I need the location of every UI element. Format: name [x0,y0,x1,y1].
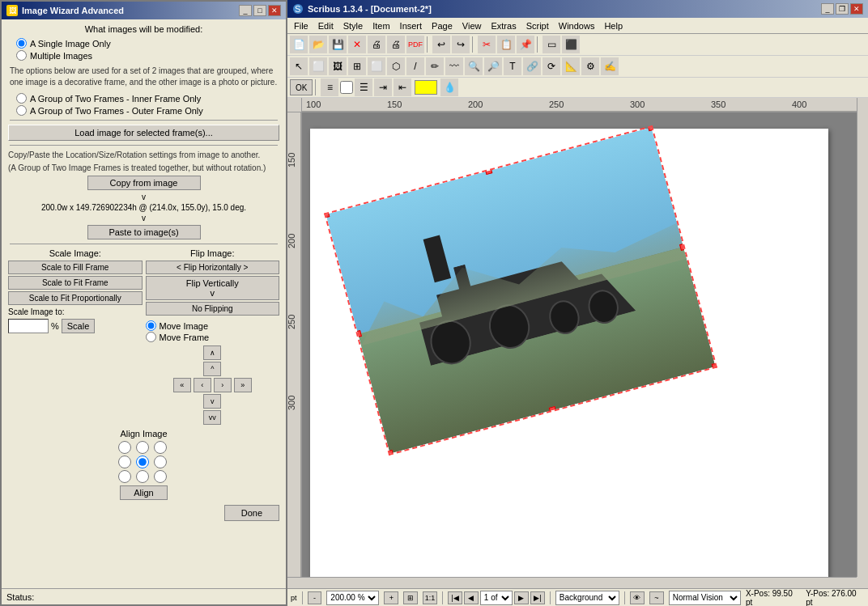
tb-text-edit[interactable]: T [504,57,521,75]
tb-cut[interactable]: ✂ [478,36,496,53]
tb-justify[interactable]: ☰ [355,78,372,96]
tb-rect[interactable]: ▭ [542,36,560,53]
menu-help[interactable]: Help [599,19,628,32]
scale-fill-button[interactable]: Scale to Fill Frame [8,261,143,274]
menu-style[interactable]: Style [338,19,368,32]
menu-extras[interactable]: Extras [486,19,521,32]
eye-btn[interactable]: 👁 [630,591,645,604]
zoom-fit-btn[interactable]: ⊞ [403,591,418,604]
move-down-down-button[interactable]: vv [203,410,221,425]
page-prev-btn[interactable]: ◀ [464,591,479,604]
tb-new[interactable]: 📄 [290,36,308,53]
tb-polygon[interactable]: ⬡ [387,57,405,75]
tb-link[interactable]: 🔗 [523,57,541,75]
move-image-option[interactable]: Move Image [146,320,280,331]
tb-undo[interactable]: ↩ [432,36,450,53]
tb-save[interactable]: 💾 [329,36,347,53]
copy-from-image-button[interactable]: Copy from image [87,176,201,190]
tb-check1[interactable] [340,81,353,94]
menu-page[interactable]: Page [427,19,457,32]
tb-close-doc[interactable]: ✕ [348,36,366,53]
tb-image-frame[interactable]: 🖼 [329,57,347,75]
tb-eyedropper[interactable]: 💧 [440,78,458,96]
tb-shape[interactable]: ⬛ [562,36,580,53]
tb-zoom-in[interactable]: 🔍 [465,57,483,75]
tb-open[interactable]: 📂 [309,36,327,53]
done-button[interactable]: Done [224,505,279,521]
page-last-btn[interactable]: ▶| [530,591,545,604]
handle-mr[interactable] [679,243,687,251]
scale-fit-button[interactable]: Scale to Fit Frame [8,276,143,290]
move-right-button[interactable]: › [214,378,232,392]
view-mode-select[interactable]: Normal Vision [669,591,741,605]
move-up-up-button[interactable]: ∧ [203,345,221,360]
menu-view[interactable]: View [457,19,487,32]
tb-measure[interactable]: 📐 [562,57,580,75]
paste-to-image-button[interactable]: Paste to image(s) [87,225,201,239]
no-flip-button[interactable]: No Flipping [146,302,280,316]
tb-script2[interactable]: ✍ [601,57,619,75]
outer-frame-option[interactable]: A Group of Two Frames - Outer Frame Only [16,105,279,116]
maximize-button[interactable]: □ [253,5,266,16]
scribus-close-button[interactable]: ✕ [850,3,863,15]
tb-shape2[interactable]: ⬜ [368,57,385,75]
move-right-right-button[interactable]: » [234,378,252,392]
tb-copy[interactable]: 📋 [497,36,515,53]
tb-indent[interactable]: ⇥ [374,78,392,96]
minimize-button[interactable]: _ [239,5,252,16]
tb-text-frame[interactable]: ⬜ [309,57,327,75]
zoom-100-btn[interactable]: 1:1 [423,591,437,604]
move-left-left-button[interactable]: « [173,378,191,392]
color-swatch[interactable] [415,80,437,95]
layer-select[interactable]: Background [555,591,619,605]
tb-select[interactable]: ↖ [290,57,308,75]
scale-apply-button[interactable]: Scale [62,319,96,333]
tb-redo[interactable]: ↪ [452,36,470,53]
tb-table[interactable]: ⊞ [348,57,366,75]
move-frame-option[interactable]: Move Frame [146,332,280,342]
scrollbar-vertical[interactable] [857,98,868,577]
tb-zoom-out[interactable]: 🔎 [484,57,502,75]
tb-settings[interactable]: ⚙ [581,57,599,75]
page-first-btn[interactable]: |◀ [448,591,462,604]
flip-vertical-button[interactable]: Flip Vertically v [146,276,280,300]
tb-outdent[interactable]: ⇤ [394,78,411,96]
tb-rotate[interactable]: ⟳ [542,57,560,75]
menu-item[interactable]: Item [368,19,394,32]
close-button[interactable]: ✕ [268,5,281,16]
move-up-button[interactable]: ^ [203,362,221,376]
inner-frame-option[interactable]: A Group of Two Frames - Inner Frame Only [16,93,279,104]
ok-button[interactable]: OK [290,79,313,95]
handle-tr[interactable] [647,125,655,131]
align-button[interactable]: Align [120,485,167,500]
scribus-minimize-button[interactable]: _ [821,3,834,15]
flip-horizontal-button[interactable]: < Flip Horizontally > [146,261,280,274]
image-frame[interactable] [324,125,717,456]
tb-line[interactable]: / [406,57,424,75]
tb-print[interactable]: 🖨 [368,36,385,53]
page-select[interactable]: 1 of 1 [480,591,513,605]
move-down-button[interactable]: v [203,394,221,409]
scrollbar-horizontal[interactable] [287,577,857,588]
tb-paste[interactable]: 📌 [517,36,534,53]
move-left-button[interactable]: ‹ [194,378,211,392]
single-image-option[interactable]: A Single Image Only [16,38,279,49]
scribus-restore-button[interactable]: ❐ [836,3,849,15]
menu-script[interactable]: Script [521,19,554,32]
tb-align-left[interactable]: ≡ [321,78,338,96]
tb-pdf[interactable]: PDF [406,36,424,53]
tb-freehand[interactable]: 〰 [445,57,463,75]
menu-file[interactable]: File [289,19,313,32]
zoom-in-btn[interactable]: + [384,591,398,604]
multiple-images-option[interactable]: Multiple Images [16,50,279,61]
tb-bezier[interactable]: ✏ [426,57,444,75]
menu-edit[interactable]: Edit [313,19,338,32]
zoom-select[interactable]: 200.00 % [326,591,379,605]
scale-input[interactable] [8,319,49,333]
scale-proportional-button[interactable]: Scale to Fit Proportionally [8,291,143,305]
menu-windows[interactable]: Windows [554,19,600,32]
load-image-button[interactable]: Load image for selected frame(s)... [8,125,279,141]
wifi-btn[interactable]: ~ [649,591,664,604]
zoom-out-btn[interactable]: - [308,591,322,604]
handle-bm[interactable] [549,406,557,414]
